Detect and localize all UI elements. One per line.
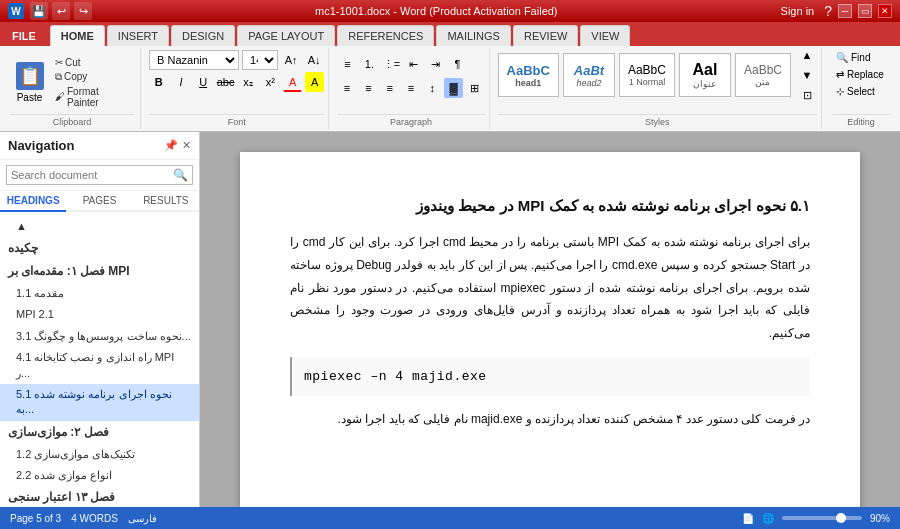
copy-icon: ⧉ xyxy=(55,71,62,83)
font-color-button[interactable]: A xyxy=(283,72,302,92)
tab-insert[interactable]: INSERT xyxy=(107,25,169,46)
paste-button[interactable]: 📋 Paste xyxy=(10,58,49,107)
nav-search-box: 🔍 xyxy=(6,165,193,185)
style-heading2[interactable]: AaBt head2 xyxy=(563,53,615,97)
styles-scroll-up[interactable]: ▲ xyxy=(797,45,817,65)
document-code: mpiexec –n 4 majid.exe xyxy=(290,357,810,396)
ribbon-body: 📋 Paste ✂ Cut ⧉ Copy 🖌 Format Painter Cl… xyxy=(0,46,900,132)
list-item[interactable]: 3.1 نحوه ساخت پروسس‌ها و چگونگ... xyxy=(0,326,199,347)
line-spacing-button[interactable]: ↕ xyxy=(423,78,442,98)
italic-button[interactable]: I xyxy=(171,72,190,92)
tab-review[interactable]: REVIEW xyxy=(513,25,578,46)
align-left-button[interactable]: ≡ xyxy=(337,78,356,98)
list-item[interactable]: 1.2 تکنیک‌های موازی‌سازی xyxy=(0,444,199,465)
decrease-indent-button[interactable]: ⇤ xyxy=(403,54,423,74)
styles-scroll: ▲ ▼ ⊡ xyxy=(797,45,817,105)
close-button[interactable]: ✕ xyxy=(878,4,892,18)
increase-font-button[interactable]: A↑ xyxy=(281,50,301,70)
styles-more[interactable]: ⊡ xyxy=(797,85,817,105)
nav-tab-headings[interactable]: HEADINGS xyxy=(0,191,66,212)
style-normal[interactable]: AaBbC 1 Normal xyxy=(619,53,675,97)
style-subtitle[interactable]: AaBbC متن xyxy=(735,53,791,97)
tab-mailings[interactable]: MAILINGS xyxy=(436,25,511,46)
zoom-slider[interactable] xyxy=(782,516,862,520)
list-item[interactable]: MPI 2.1 xyxy=(0,304,199,325)
subscript-button[interactable]: x₂ xyxy=(239,72,258,92)
list-item[interactable]: فصل ۱: مقدمه‌ای بر MPI xyxy=(0,260,199,283)
para-row-1: ≡ 1. ⋮= ⇤ ⇥ ¶ xyxy=(337,54,484,74)
scissors-icon: ✂ xyxy=(55,57,63,68)
justify-button[interactable]: ≡ xyxy=(401,78,420,98)
nav-close-icon[interactable]: ✕ xyxy=(182,139,191,152)
styles-scroll-down[interactable]: ▼ xyxy=(797,65,817,85)
tab-design[interactable]: DESIGN xyxy=(171,25,235,46)
find-icon: 🔍 xyxy=(836,52,848,63)
styles-group: AaBbC head1 AaBt head2 AaBbC 1 Normal Aa… xyxy=(494,48,822,129)
format-painter-button[interactable]: 🖌 Format Painter xyxy=(51,85,134,109)
increase-indent-button[interactable]: ⇥ xyxy=(425,54,445,74)
superscript-button[interactable]: x² xyxy=(261,72,280,92)
tab-file[interactable]: FILE xyxy=(0,26,48,46)
search-icon[interactable]: 🔍 xyxy=(173,168,188,182)
list-item[interactable]: 4.1 راه اندازی و نصب کتابخانه MPI ر... xyxy=(0,347,199,384)
editing-group: 🔍 Find ⇄ Replace ⊹ Select Editing xyxy=(826,48,896,129)
font-row-1: B Nazanin 14 12 16 A↑ A↓ xyxy=(149,50,324,70)
quick-access-undo[interactable]: ↩ xyxy=(52,2,70,20)
nav-tab-pages[interactable]: PAGES xyxy=(66,191,132,212)
bullets-button[interactable]: ≡ xyxy=(337,54,357,74)
numbering-button[interactable]: 1. xyxy=(359,54,379,74)
shading-button[interactable]: ▓ xyxy=(444,78,463,98)
tab-view[interactable]: VIEW xyxy=(580,25,630,46)
nav-search-input[interactable] xyxy=(11,169,173,181)
tab-references[interactable]: REFERENCES xyxy=(337,25,434,46)
tab-page-layout[interactable]: PAGE LAYOUT xyxy=(237,25,335,46)
view-web-icon[interactable]: 🌐 xyxy=(762,513,774,524)
document-area[interactable]: ۵.۱ نحوه اجرای برنامه نوشته شده به کمک M… xyxy=(200,132,900,507)
list-item[interactable]: چکیده xyxy=(0,237,199,260)
multilevel-list-button[interactable]: ⋮= xyxy=(381,54,401,74)
style-heading1[interactable]: AaBbC head1 xyxy=(498,53,559,97)
replace-icon: ⇄ xyxy=(836,69,844,80)
find-button[interactable]: 🔍 Find xyxy=(832,50,890,65)
style-title[interactable]: Aal عنوان xyxy=(679,53,731,97)
para-row-2: ≡ ≡ ≡ ≡ ↕ ▓ ⊞ xyxy=(337,78,484,98)
select-button[interactable]: ⊹ Select xyxy=(832,84,890,99)
decrease-font-button[interactable]: A↓ xyxy=(304,50,324,70)
nav-tab-results[interactable]: RESULTS xyxy=(133,191,199,212)
list-item[interactable]: 1.1 مقدمه xyxy=(0,283,199,304)
help-button[interactable]: ? xyxy=(824,3,832,19)
cut-button[interactable]: ✂ Cut xyxy=(51,56,134,69)
font-size-select[interactable]: 14 12 16 xyxy=(242,50,278,70)
borders-button[interactable]: ⊞ xyxy=(465,78,484,98)
align-right-button[interactable]: ≡ xyxy=(380,78,399,98)
tab-home[interactable]: HOME xyxy=(50,25,105,46)
list-item[interactable]: ▲ xyxy=(0,216,199,237)
restore-button[interactable]: ▭ xyxy=(858,4,872,18)
font-name-select[interactable]: B Nazanin xyxy=(149,50,239,70)
format-painter-icon: 🖌 xyxy=(55,91,65,102)
quick-access-redo[interactable]: ↪ xyxy=(74,2,92,20)
show-hide-button[interactable]: ¶ xyxy=(447,54,467,74)
nav-close-btn[interactable]: 📌 ✕ xyxy=(164,139,191,152)
list-item[interactable]: فصل ۲: موازی‌سازی xyxy=(0,421,199,444)
copy-button[interactable]: ⧉ Copy xyxy=(51,70,134,84)
underline-button[interactable]: U xyxy=(194,72,213,92)
highlight-button[interactable]: A xyxy=(305,72,324,92)
nav-tabs: HEADINGS PAGES RESULTS xyxy=(0,191,199,212)
document-page: ۵.۱ نحوه اجرای برنامه نوشته شده به کمک M… xyxy=(240,152,860,507)
strikethrough-button[interactable]: abc xyxy=(216,72,236,92)
status-bar: Page 5 of 3 4 WORDS فارسی 📄 🌐 90% xyxy=(0,507,900,529)
list-item[interactable]: 2.2 انواع موازی شده xyxy=(0,465,199,486)
select-icon: ⊹ xyxy=(836,86,844,97)
replace-button[interactable]: ⇄ Replace xyxy=(832,67,890,82)
sign-in-button[interactable]: Sign in xyxy=(781,5,815,17)
quick-access-save[interactable]: 💾 xyxy=(30,2,48,20)
status-right: 📄 🌐 90% xyxy=(742,513,890,524)
list-item[interactable]: فصل ۱۳ اعتبار سنجی xyxy=(0,486,199,507)
bold-button[interactable]: B xyxy=(149,72,168,92)
minimize-button[interactable]: ─ xyxy=(838,4,852,18)
align-center-button[interactable]: ≡ xyxy=(359,78,378,98)
list-item[interactable]: 5.1 نحوه اجرای برنامه نوشته شده به... xyxy=(0,384,199,421)
view-print-icon[interactable]: 📄 xyxy=(742,513,754,524)
font-row-2: B I U abc x₂ x² A A xyxy=(149,72,324,92)
